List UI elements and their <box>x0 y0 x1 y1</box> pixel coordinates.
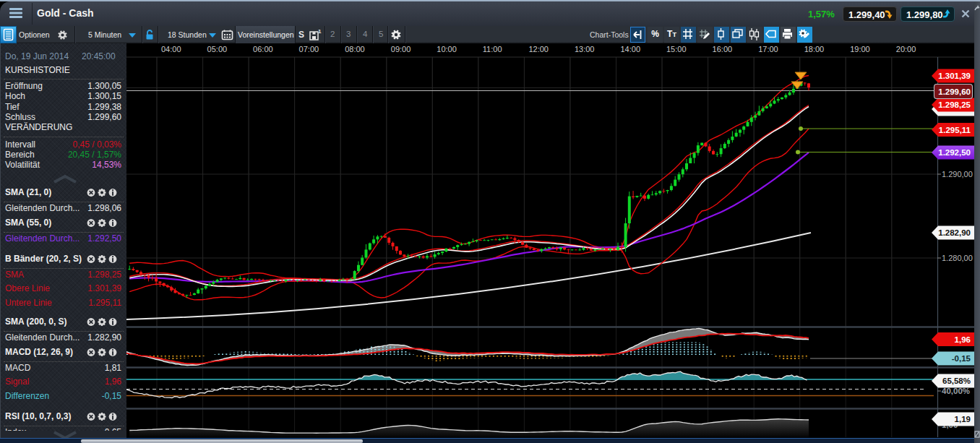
svg-text:1.295,11: 1.295,11 <box>939 126 971 134</box>
svg-text:07:00: 07:00 <box>299 45 319 53</box>
svg-text:20:00: 20:00 <box>896 45 916 53</box>
svg-text:16:00: 16:00 <box>713 45 733 53</box>
svg-text:1.282,90: 1.282,90 <box>938 228 971 237</box>
svg-text:1,19: 1,19 <box>955 415 971 423</box>
svg-text:12:00: 12:00 <box>528 45 549 53</box>
svg-text:1,96: 1,96 <box>955 335 971 344</box>
svg-text:1.290,00: 1.290,00 <box>942 170 973 179</box>
svg-text:1.292,50: 1.292,50 <box>938 148 971 157</box>
svg-text:1.298,25: 1.298,25 <box>938 100 971 109</box>
svg-text:1.299,60: 1.299,60 <box>938 87 971 96</box>
svg-text:19:00: 19:00 <box>850 45 870 53</box>
svg-text:17:00: 17:00 <box>758 45 778 53</box>
svg-text:11:00: 11:00 <box>483 45 502 53</box>
svg-text:04:00: 04:00 <box>161 45 181 53</box>
svg-text:06:00: 06:00 <box>253 45 273 53</box>
svg-text:1: 1 <box>318 28 322 35</box>
svg-text:1.280,00: 1.280,00 <box>942 254 973 262</box>
svg-text:14:00: 14:00 <box>621 45 641 53</box>
svg-text:05:00: 05:00 <box>207 45 228 53</box>
svg-text:10:00: 10:00 <box>437 45 457 53</box>
svg-text:13:00: 13:00 <box>575 45 595 53</box>
svg-text:18:00: 18:00 <box>804 45 825 53</box>
svg-text:40,00%: 40,00% <box>942 387 970 395</box>
svg-text:15:00: 15:00 <box>666 45 687 53</box>
svg-text:65,58%: 65,58% <box>942 377 971 385</box>
svg-text:-0,15: -0,15 <box>952 354 971 363</box>
svg-text:08:00: 08:00 <box>345 45 365 53</box>
svg-text:09:00: 09:00 <box>391 45 411 53</box>
svg-text:1.301,39: 1.301,39 <box>938 72 971 80</box>
